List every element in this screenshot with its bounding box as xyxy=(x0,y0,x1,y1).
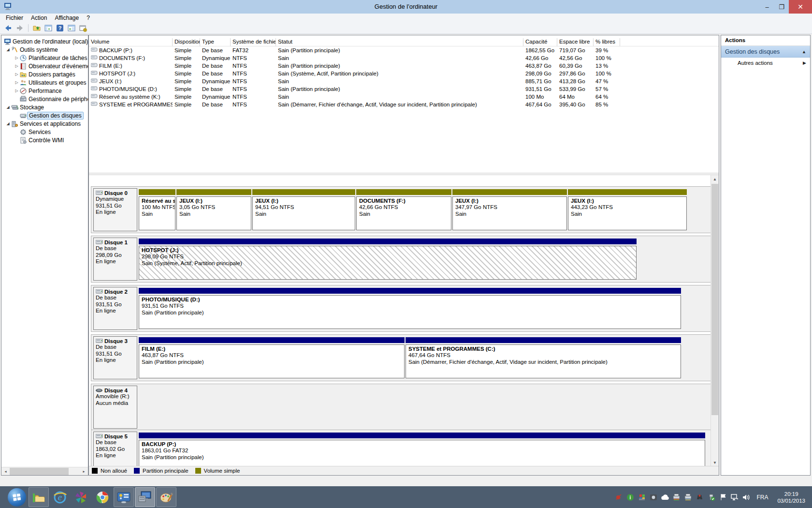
column-header-type[interactable]: Type xyxy=(200,38,231,46)
volume-row[interactable]: JEUX (I:) SimpleDynamiqueNTFSSain885,71 … xyxy=(89,77,719,85)
expander-collapsed-icon[interactable]: ▷ xyxy=(14,56,19,60)
partition-documents[interactable]: DOCUMENTS (F:)42,66 Go NTFSSain xyxy=(356,188,451,231)
tree-item-observateur[interactable]: ▷ Observateur d'événeme xyxy=(1,62,88,70)
scrollbar-thumb[interactable] xyxy=(10,468,69,475)
collapse-icon[interactable]: ▲ xyxy=(802,49,806,54)
tree-item-root[interactable]: Gestion de l'ordinateur (local) xyxy=(1,37,88,45)
up-level-button[interactable] xyxy=(31,23,42,33)
partition-jeux[interactable]: JEUX (I:)3,05 Go NTFSSain xyxy=(176,188,251,231)
tree-item-controle-wmi[interactable]: Contrôle WMI xyxy=(1,136,88,144)
clock[interactable]: 20:19 03/01/2013 xyxy=(774,491,808,504)
app-tray-icon[interactable] xyxy=(614,493,623,501)
flag-icon[interactable] xyxy=(719,493,727,501)
actions-group-gestion-des-disques[interactable]: Gestion des disques▲ xyxy=(721,46,810,58)
volume-row[interactable]: HOTSPOT (J:) SimpleDe baseNTFSSain (Syst… xyxy=(89,70,719,77)
volume-row[interactable]: Réservé au système (K:) SimpleDynamiqueN… xyxy=(89,93,719,101)
computer-management-icon[interactable] xyxy=(135,487,155,507)
back-button[interactable] xyxy=(3,23,14,33)
start-button[interactable] xyxy=(8,488,26,507)
expander-expanded-icon[interactable]: ◢ xyxy=(5,105,11,109)
column-header-volume[interactable]: Volume xyxy=(89,38,173,46)
menu-fichier[interactable]: Fichier xyxy=(2,14,27,22)
tree-item-utilisateurs[interactable]: ▷ Utilisateurs et groupes l xyxy=(1,78,88,87)
show-console-tree-button[interactable] xyxy=(43,23,54,33)
expander-expanded-icon[interactable]: ◢ xyxy=(5,47,11,52)
disk-label[interactable]: Disque 4 Amovible (R:) Aucun média xyxy=(93,386,137,429)
forward-button[interactable] xyxy=(14,23,25,33)
tree-item-gestion-des-disques[interactable]: Gestion des disques xyxy=(1,111,88,120)
minimize-button[interactable]: – xyxy=(760,0,774,14)
disk-label[interactable]: Disque 5 De base 1863,02 Go En ligne xyxy=(93,432,137,467)
menu-help[interactable]: ? xyxy=(83,14,94,22)
volume-row[interactable]: FILM (E:) SimpleDe baseNTFSSain (Partiti… xyxy=(89,62,719,70)
partition-photo-musique[interactable]: PHOTO/MUSIQUE (D:)931,51 Go NTFSSain (Pa… xyxy=(139,287,681,330)
column-header-capacite[interactable]: Capacité xyxy=(523,38,557,46)
tree-item-planificateur[interactable]: ▷ Planificateur de tâches xyxy=(1,54,88,62)
disk-area-vertical-scrollbar[interactable]: ▲ ▼ xyxy=(710,175,719,467)
partition-hotspot-selected[interactable]: HOTSPOT (J:)298,09 Go NTFSSain (Système,… xyxy=(139,238,637,281)
explorer-icon[interactable] xyxy=(29,487,49,507)
photo-tray-icon[interactable] xyxy=(649,493,657,501)
language-indicator[interactable]: FRA xyxy=(754,494,771,501)
scrollbar-thumb[interactable] xyxy=(711,184,718,415)
scroll-left-icon[interactable]: ◂ xyxy=(1,467,10,476)
expander-collapsed-icon[interactable]: ▷ xyxy=(14,72,19,76)
printer-icon-2[interactable] xyxy=(684,493,692,501)
restore-button[interactable]: ❐ xyxy=(774,0,789,14)
info-icon[interactable]: i xyxy=(626,493,634,501)
column-header-statut[interactable]: Statut xyxy=(276,38,523,46)
expander-expanded-icon[interactable]: ◢ xyxy=(5,121,11,126)
expander-collapsed-icon[interactable]: ▷ xyxy=(14,80,19,85)
column-header-pct-libres[interactable]: % libres xyxy=(594,38,620,46)
disk-label[interactable]: Disque 2 De base 931,51 Go En ligne xyxy=(93,287,137,330)
chrome-icon[interactable] xyxy=(92,487,113,507)
menu-affichage[interactable]: Affichage xyxy=(51,14,83,22)
volume-row[interactable]: DOCUMENTS (F:) SimpleDynamiqueNTFSSain42… xyxy=(89,54,719,62)
actions-item-autres-actions[interactable]: Autres actions▶ xyxy=(721,58,810,68)
tree-item-dossiers-partages[interactable]: ▷ Dossiers partagés xyxy=(1,70,88,78)
disk-label[interactable]: Disque 0 Dynamique 931,51 Go En ligne xyxy=(93,188,137,231)
tree-item-stockage[interactable]: ◢ Stockage xyxy=(1,103,88,111)
volume-row[interactable]: BACKUP (P:) SimpleDe baseFAT32Sain (Part… xyxy=(89,46,719,54)
help-button[interactable]: ? xyxy=(55,23,65,33)
column-header-espace-libre[interactable]: Espace libre xyxy=(557,38,594,46)
scroll-up-icon[interactable]: ▲ xyxy=(711,175,719,183)
expander-collapsed-icon[interactable]: ▷ xyxy=(14,64,19,68)
partition-jeux[interactable]: JEUX (I:)443,23 Go NTFSSain xyxy=(568,188,687,231)
tree-item-services-applications[interactable]: ◢ Services et applications xyxy=(1,120,88,128)
tree-horizontal-scrollbar[interactable]: ◂ ▸ xyxy=(1,467,88,475)
disk-label[interactable]: Disque 1 De base 298,09 Go En ligne xyxy=(93,238,137,281)
cloud-icon[interactable] xyxy=(661,493,669,501)
close-button[interactable]: ✕ xyxy=(789,0,812,14)
tree-item-outils-systeme[interactable]: ◢ Outils système xyxy=(1,45,88,54)
volume-row[interactable]: PHOTO/MUSIQUE (D:) SimpleDe baseNTFSSain… xyxy=(89,85,719,93)
usb-icon[interactable] xyxy=(707,493,715,501)
update-icon[interactable] xyxy=(638,493,646,501)
internet-explorer-icon[interactable]: e xyxy=(50,487,70,507)
panel-view-button[interactable] xyxy=(66,23,77,33)
partition-reserve[interactable]: Réservé au s100 Mo NTFSSain xyxy=(139,188,175,231)
network-icon[interactable] xyxy=(730,493,739,501)
column-header-disposition[interactable]: Disposition xyxy=(173,38,200,46)
partition-jeux[interactable]: JEUX (I:)347,97 Go NTFSSain xyxy=(452,188,567,231)
partition-systeme[interactable]: SYSTEME et PROGRAMMES (C:)467,64 Go NTFS… xyxy=(406,336,681,379)
export-list-button[interactable] xyxy=(78,23,88,33)
gamepad-icon[interactable] xyxy=(696,493,704,501)
partition-film[interactable]: FILM (E:)463,87 Go NTFSSain (Partition p… xyxy=(139,336,405,379)
tree-item-performance[interactable]: ▷ Performance xyxy=(1,87,88,95)
scroll-right-icon[interactable]: ▸ xyxy=(80,467,88,476)
volume-row[interactable]: SYSTEME et PROGRAMMES (C:) SimpleDe base… xyxy=(89,101,719,108)
paint-icon[interactable] xyxy=(156,487,176,507)
display-settings-icon[interactable] xyxy=(114,487,134,507)
partition-backup[interactable]: BACKUP (P:)1863,01 Go FAT32Sain (Partiti… xyxy=(139,432,705,467)
menu-action[interactable]: Action xyxy=(27,14,51,22)
tree-item-services[interactable]: Services xyxy=(1,128,88,136)
column-header-filesystem[interactable]: Système de fichiers xyxy=(231,38,276,46)
tree-item-gestionnaire-peripheriques[interactable]: Gestionnaire de périphé xyxy=(1,95,88,103)
disk-label[interactable]: Disque 3 De base 931,51 Go En ligne xyxy=(93,336,137,379)
photo-app-icon[interactable] xyxy=(71,487,91,507)
speaker-icon[interactable] xyxy=(742,493,750,501)
expander-collapsed-icon[interactable]: ▷ xyxy=(14,89,19,93)
printer-icon[interactable] xyxy=(672,493,681,501)
partition-jeux[interactable]: JEUX (I:)94,51 Go NTFSSain xyxy=(252,188,355,231)
